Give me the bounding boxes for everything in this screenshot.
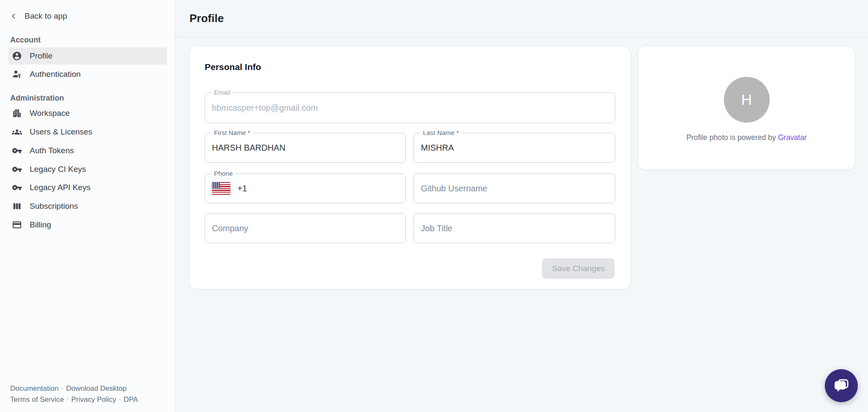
gravatar-caption-text: Profile photo is powered by [686,133,778,142]
last-name-input[interactable] [414,133,615,163]
groups-icon [12,127,22,137]
phone-label: Phone [211,170,235,177]
avatar-letter: H [741,91,752,108]
building-icon [12,108,22,118]
section-header-account: Account [10,36,41,45]
sidebar-item-users-licenses[interactable]: Users & Licenses [8,123,167,140]
sidebar-item-label: Authentication [30,70,81,79]
sidebar-item-legacy-api-keys[interactable]: Legacy API Keys [8,179,167,196]
key-icon [12,164,22,174]
sidebar-item-label: Legacy CI Keys [30,165,86,174]
company-field [205,213,406,243]
email-field: Email [205,92,615,123]
sidebar-item-profile[interactable]: Profile [8,48,167,64]
sidebar-item-label: Users & Licenses [30,127,92,137]
chevron-left-icon [9,12,18,20]
avatar: H [724,77,770,123]
documentation-link[interactable]: Documentation [10,384,58,392]
footer-row-1: Documentation·Download Desktop [10,383,138,394]
privacy-policy-link[interactable]: Privacy Policy [71,395,116,404]
last-name-field: Last Name * [414,133,615,163]
terms-of-service-link[interactable]: Terms of Service [10,395,64,404]
first-name-label: First Name * [211,129,253,136]
personal-info-title: Personal Info [205,62,261,72]
sidebar-item-label: Workspace [30,109,70,118]
key-icon [12,146,22,156]
chat-bubbles-icon [832,377,850,395]
email-input [205,92,615,123]
main-header: Profile [175,0,868,37]
sidebar-item-label: Subscriptions [30,202,78,211]
account-circle-icon [12,51,22,61]
personal-info-card: Personal Info Email First Name * Last Na… [189,47,631,289]
sidebar: Back to app Account Profile Authenticati… [0,0,175,412]
back-to-app-label: Back to app [25,11,67,21]
footer-row-2: Terms of Service·Privacy Policy·DPA [10,394,138,405]
section-header-administration: Administration [10,94,64,103]
sidebar-item-auth-tokens[interactable]: Auth Tokens [8,142,167,159]
job-title-input[interactable] [414,213,615,243]
phone-input[interactable] [205,174,406,203]
app-root: Back to app Account Profile Authenticati… [0,0,868,412]
sidebar-item-label: Auth Tokens [30,146,74,155]
github-username-input[interactable] [414,174,615,203]
company-input[interactable] [205,213,406,243]
chat-launcher-button[interactable] [825,369,858,402]
back-to-app-button[interactable]: Back to app [9,9,67,23]
last-name-label: Last Name * [420,129,462,136]
gravatar-card: H Profile photo is powered by Gravatar [638,47,855,170]
sidebar-item-workspace[interactable]: Workspace [8,105,167,122]
gravatar-link[interactable]: Gravatar [778,133,807,142]
gravatar-caption: Profile photo is powered by Gravatar [686,133,807,142]
sidebar-item-authentication[interactable]: Authentication [8,66,167,83]
sidebar-item-label: Profile [30,51,53,61]
sidebar-item-label: Billing [30,220,51,230]
phone-field: Phone [205,174,406,203]
first-name-input[interactable] [205,133,406,163]
person-key-icon [12,69,22,79]
us-flag-icon[interactable] [212,182,231,195]
github-username-field [414,174,615,203]
footer-separator: · [116,395,124,404]
sidebar-item-legacy-ci-keys[interactable]: Legacy CI Keys [8,161,167,178]
save-changes-button[interactable]: Save Changes [542,258,615,279]
job-title-field [414,213,615,243]
sidebar-item-label: Legacy API Keys [30,183,91,192]
footer-separator: · [58,384,66,392]
sidebar-item-subscriptions[interactable]: Subscriptions [8,198,167,215]
columns-icon [12,201,22,211]
sidebar-footer: Documentation·Download Desktop Terms of … [10,383,138,405]
download-desktop-link[interactable]: Download Desktop [66,384,127,392]
sidebar-item-billing[interactable]: Billing [8,216,167,233]
dpa-link[interactable]: DPA [124,395,138,404]
footer-separator: · [64,395,72,404]
main-content: Profile Personal Info Email First Name *… [175,0,868,412]
page-title: Profile [189,12,224,25]
email-label: Email [211,89,233,96]
first-name-field: First Name * [205,133,406,163]
credit-card-icon [12,220,22,230]
key-icon [12,182,22,193]
